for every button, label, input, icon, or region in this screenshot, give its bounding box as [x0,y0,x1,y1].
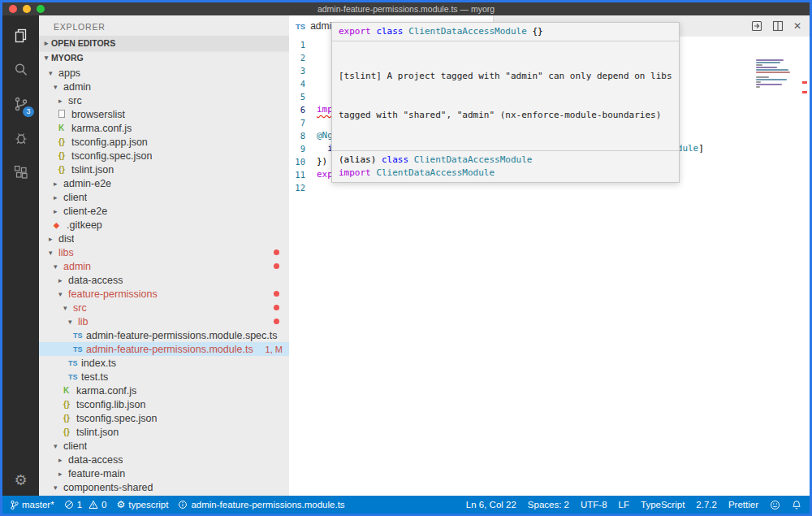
explorer-sidebar: EXPLORER ▸ OPEN EDITORS ▾ MYORG ▾apps▾ad… [39,15,289,496]
language-status-item[interactable]: ⚙ typescript [116,500,168,509]
code-token: class [376,26,403,37]
tree-item-label: admin-feature-permissions.module.ts [86,344,253,355]
extensions-icon[interactable] [2,155,39,189]
formatter[interactable]: Prettier [728,500,758,509]
tree-item-src[interactable]: ▾src [39,301,289,314]
chevron-down-icon: ▾ [54,483,63,492]
ts-version[interactable]: 2.7.2 [696,500,717,509]
open-changes-icon[interactable] [751,20,762,32]
karma-file-icon: K [63,386,76,395]
line-number: 11 [289,168,317,181]
git-branch-icon [11,500,19,510]
tree-item-karma.conf.js[interactable]: Kkarma.conf.js [39,384,289,397]
tree-item-browserslist[interactable]: browserslist [39,107,289,121]
split-editor-icon[interactable] [772,20,784,32]
debug-icon[interactable] [2,121,39,155]
tree-item-feature-main[interactable]: ▸feature-main [39,466,289,480]
chevron-down-icon: ▾ [58,290,68,298]
tree-item-label: feature-permissions [68,288,158,300]
tree-item-data-access[interactable]: ▸data-access [39,453,289,466]
close-window-button[interactable] [9,5,17,13]
modified-dot [274,263,279,269]
tree-item-lib[interactable]: ▾lib [39,314,289,328]
line-number: 12 [289,181,317,194]
tree-item-src[interactable]: ▸src [39,494,289,496]
tree-item-label: admin-e2e [63,178,111,189]
tree-item-label: src [68,496,82,496]
tree-item-admin[interactable]: ▾admin [39,259,289,273]
code-line-12[interactable]: 12 [289,181,810,194]
tree-item-label: test.ts [81,371,108,383]
tree-item-tsconfig.spec.json[interactable]: {}tsconfig.spec.json [39,411,289,425]
tree-item-admin-feature-permissions.module.spec.ts[interactable]: TSadmin-feature-permissions.module.spec.… [39,328,289,342]
chevron-down-icon: ▾ [54,262,63,271]
close-editor-icon[interactable]: ✕ [793,20,801,32]
line-text: }) [317,155,327,168]
overview-ruler[interactable] [801,37,808,496]
code-token: import [339,167,371,178]
tree-item-apps[interactable]: ▾apps [39,66,289,80]
tree-item-label: tsconfig.lib.json [76,399,145,410]
problems-item[interactable]: 1 0 [64,500,107,509]
tree-item-tslint.json[interactable]: {}tslint.json [39,163,289,176]
file-file-icon [58,110,71,119]
editor-group: TS admin-feature-permissions.module.ts ✕ [289,15,810,496]
feedback-smiley-icon[interactable] [770,500,780,510]
ts-file-icon: TS [68,373,81,381]
tree-item-admin[interactable]: ▾admin [39,80,289,93]
warning-icon [89,500,98,509]
json-file-icon: {} [58,165,71,174]
tree-item-.gitkeep[interactable]: ◆.gitkeep [39,218,289,232]
explorer-icon[interactable] [2,19,39,53]
tree-item-label: tsconfig.app.json [71,137,148,148]
code-token: class [382,154,408,165]
tree-item-src[interactable]: ▸src [39,93,289,107]
workspace-root-header[interactable]: ▾ MYORG [39,50,289,65]
eol-type[interactable]: LF [619,500,629,509]
tree-item-label: client [63,440,87,452]
minimap[interactable] [756,59,797,88]
tree-item-dist[interactable]: ▸dist [39,232,289,245]
tree-item-label: src [73,302,87,314]
tree-item-libs[interactable]: ▾libs [39,245,289,259]
source-control-icon[interactable]: 3 [2,87,39,121]
tree-item-tslint.json[interactable]: {}tslint.json [39,425,289,439]
tree-item-data-access[interactable]: ▸data-access [39,273,289,287]
chevron-down-icon: ▾ [63,304,73,312]
tree-item-tsconfig.app.json[interactable]: {}tsconfig.app.json [39,135,289,149]
cursor-position[interactable]: Ln 6, Col 22 [466,500,516,509]
code-token: }) [317,156,327,167]
hover-alias-info: (alias) class ClientDataAccessModuleimpo… [332,150,679,182]
tree-item-admin-feature-permissions.module.ts[interactable]: TSadmin-feature-permissions.module.ts1, … [39,342,289,356]
notifications-bell-icon[interactable] [792,500,801,510]
search-icon[interactable] [2,53,39,87]
language-mode[interactable]: TypeScript [641,500,685,509]
chevron-right-icon: ▸ [41,39,51,47]
tree-item-admin-e2e[interactable]: ▸admin-e2e [39,176,289,190]
editor-actions: ✕ [751,15,810,37]
chevron-right-icon: ▸ [49,235,58,243]
tree-item-label: data-access [68,454,123,466]
open-editors-header[interactable]: ▸ OPEN EDITORS [39,36,289,50]
activity-bar: 3 ⚙ [2,15,39,496]
tree-item-index.ts[interactable]: TSindex.ts [39,356,289,370]
tree-item-client[interactable]: ▾client [39,439,289,453]
zoom-window-button[interactable] [37,5,45,13]
file-info-item[interactable]: admin-feature-permissions.module.ts [178,500,344,509]
tree-item-test.ts[interactable]: TStest.ts [39,370,289,384]
tree-item-client[interactable]: ▸client [39,190,289,204]
git-branch-item[interactable]: master* [11,500,54,510]
karma-file-icon: K [58,124,71,132]
settings-gear-icon[interactable]: ⚙ [14,471,27,489]
tree-item-tsconfig.lib.json[interactable]: {}tsconfig.lib.json [39,397,289,411]
encoding[interactable]: UTF-8 [581,500,607,509]
chevron-down-icon: ▾ [41,54,51,62]
minimize-window-button[interactable] [23,5,31,13]
tree-item-client-e2e[interactable]: ▸client-e2e [39,204,289,218]
tree-item-components-shared[interactable]: ▾components-shared [39,480,289,494]
indentation[interactable]: Spaces: 2 [528,500,569,509]
chevron-right-icon: ▸ [58,470,68,478]
tree-item-feature-permissions[interactable]: ▾feature-permissions [39,287,289,301]
tree-item-karma.conf.js[interactable]: Kkarma.conf.js [39,121,289,135]
tree-item-tsconfig.spec.json[interactable]: {}tsconfig.spec.json [39,149,289,163]
